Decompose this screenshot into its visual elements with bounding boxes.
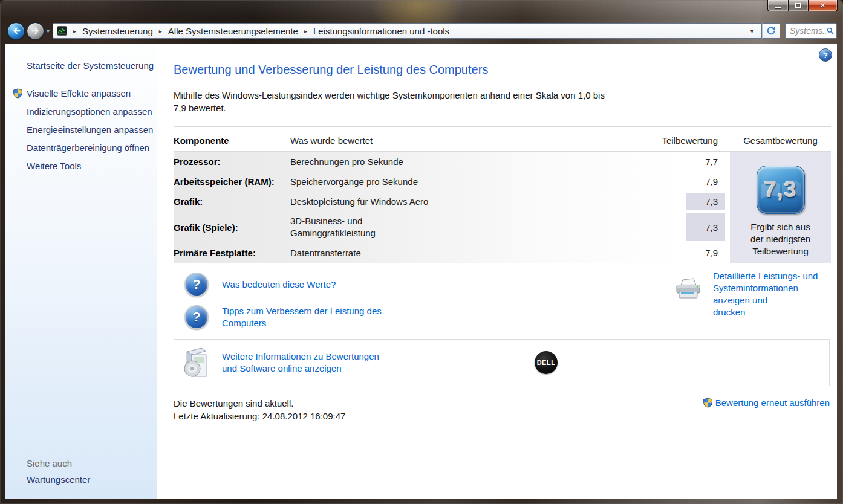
- rerun-assessment-link[interactable]: Bewertung erneut ausführen: [703, 398, 830, 408]
- sidebar-item-label: Energieeinstellungen anpassen: [27, 124, 153, 135]
- dell-logo: DELL: [535, 351, 558, 374]
- sidebar-item-label: Indizierungsoptionen anpassen: [27, 106, 152, 117]
- breadcrumb-item-systemsteuerung[interactable]: Systemsteuerung: [81, 26, 154, 36]
- maximize-icon: [795, 3, 801, 8]
- window-controls: ✕: [767, 0, 838, 11]
- dell-logo-text: DELL: [537, 359, 556, 366]
- subscore-value: 7,9: [686, 245, 725, 261]
- uac-shield-icon: [13, 88, 23, 99]
- divider: [174, 126, 831, 127]
- search-icon[interactable]: [827, 27, 834, 35]
- see-also-label: Siehe auch: [27, 458, 90, 468]
- close-icon: ✕: [819, 2, 825, 9]
- header-gesamtbewertung: Gesamtbewertung: [730, 135, 831, 146]
- sidebar-item-weitere-tools[interactable]: Weitere Tools: [5, 157, 157, 175]
- minimize-icon: [775, 7, 781, 8]
- component-rated: Berechnungen pro Sekunde: [290, 156, 686, 168]
- printer-icon[interactable]: [674, 276, 703, 300]
- sidebar-item-label: Datenträgerbereinigung öffnen: [27, 143, 149, 153]
- status-line-updated: Letzte Aktualisierung: 24.08.2012 16:09:…: [174, 410, 831, 422]
- table-rows: Prozessor: Berechnungen pro Sekunde 7,7 …: [174, 152, 725, 263]
- status-section: Die Bewertungen sind aktuell. Letzte Akt…: [174, 397, 831, 422]
- client-area: Startseite der Systemsteuerung Visuelle: [5, 44, 837, 499]
- software-box-icon[interactable]: [182, 346, 210, 379]
- question-mark-glyph: ?: [192, 277, 200, 292]
- score-table: Prozessor: Berechnungen pro Sekunde 7,7 …: [174, 152, 831, 263]
- sidebar-item-label: Visuelle Effekte anpassen: [27, 88, 131, 99]
- more-info-online-link[interactable]: Weitere Informationen zu Bewertungen und…: [222, 351, 379, 375]
- search-input[interactable]: [790, 26, 827, 36]
- component-rated: Datentransferrate: [290, 247, 686, 259]
- question-mark-icon: ?: [823, 51, 828, 60]
- component-name: Primäre Festplatte:: [174, 248, 290, 258]
- breadcrumb-separator-icon: ▸: [299, 28, 312, 34]
- help-button[interactable]: ?: [819, 48, 832, 62]
- window-frame: ✕ ▾ ▸ Systemsteuerung ▸: [0, 0, 843, 504]
- breadcrumb-item-alle-elemente[interactable]: Alle Systemsteuerungselemente: [167, 26, 299, 36]
- page-title: Bewertung und Verbesserung der Leistung …: [174, 63, 831, 77]
- help-question-icon[interactable]: ?: [184, 305, 209, 329]
- sidebar-item-home[interactable]: Startseite der Systemsteuerung: [27, 60, 157, 71]
- performance-monitor-icon: [57, 26, 67, 36]
- breadcrumb-item-leistungsinformationen[interactable]: Leistungsinformationen und -tools: [312, 26, 451, 36]
- what-values-link[interactable]: Was bedeuten diese Werte?: [222, 279, 336, 291]
- tips-link[interactable]: Tipps zum Verbessern der Leistung des Co…: [222, 305, 382, 329]
- subscore-value: 7,7: [686, 153, 725, 170]
- uac-shield-icon: [703, 398, 713, 408]
- recent-pages-dropdown-icon[interactable]: ▾: [44, 28, 53, 34]
- forward-button[interactable]: [27, 22, 44, 40]
- breadcrumb-separator-icon: ▸: [154, 28, 167, 34]
- header-teilbewertung: Teilbewertung: [640, 135, 725, 146]
- base-score-badge: 7,3: [757, 166, 805, 214]
- subscore-value: 7,9: [686, 173, 725, 190]
- intro-text: Mithilfe des Windows-Leistungsindex werd…: [174, 89, 831, 114]
- forward-arrow-icon: [30, 25, 41, 36]
- navigation-toolbar: ▾ ▸ Systemsteuerung ▸ Alle Systemsteueru…: [5, 18, 837, 44]
- address-dropdown-icon[interactable]: ▾: [745, 28, 759, 34]
- component-name: Grafik:: [174, 196, 290, 207]
- component-name: Arbeitsspeicher (RAM):: [174, 176, 290, 187]
- back-arrow-icon: [11, 25, 22, 36]
- print-details-block: Detaillierte Leistungs- und Systeminform…: [674, 270, 830, 318]
- header-komponente: Komponente: [174, 135, 290, 146]
- close-button[interactable]: ✕: [809, 0, 838, 11]
- base-score-caption: Ergibt sich aus der niedrigsten Teilbewe…: [750, 221, 810, 257]
- sidebar-item-label: Weitere Tools: [27, 161, 81, 171]
- base-score-value: 7,3: [757, 166, 804, 213]
- sidebar-item-energieeinstellungen[interactable]: Energieeinstellungen anpassen: [5, 121, 157, 139]
- online-info-box: Weitere Informationen zu Bewertungen und…: [174, 339, 830, 386]
- help-links-section: ? Was bedeuten diese Werte? ? Tipps zum …: [174, 273, 831, 329]
- subscore-value: 7,3: [686, 213, 725, 241]
- back-button[interactable]: [7, 22, 25, 40]
- sidebar-footer: Siehe auch Wartungscenter: [27, 458, 90, 485]
- breadcrumb: ▸ Systemsteuerung ▸ Alle Systemsteuerung…: [53, 23, 762, 39]
- sidebar: Startseite der Systemsteuerung Visuelle: [5, 44, 157, 499]
- sidebar-item-wartungscenter[interactable]: Wartungscenter: [27, 474, 90, 485]
- main-content: ? Bewertung und Verbesserung der Leistun…: [157, 44, 837, 499]
- sidebar-item-visuelle-effekte[interactable]: Visuelle Effekte anpassen: [5, 85, 157, 103]
- breadcrumb-separator-icon: ▸: [68, 28, 81, 34]
- component-rated: Speichervorgänge pro Sekunde: [290, 176, 686, 188]
- detailed-info-print-link[interactable]: Detaillierte Leistungs- und Systeminform…: [713, 270, 830, 318]
- sidebar-item-datentraegerbereinigung[interactable]: Datenträgerbereinigung öffnen: [5, 139, 157, 157]
- maximize-button[interactable]: [788, 0, 809, 11]
- refresh-button[interactable]: [762, 23, 780, 39]
- help-question-icon[interactable]: ?: [184, 273, 209, 297]
- table-row: Grafik (Spiele): 3D-Business- und Gaming…: [174, 212, 725, 243]
- header-was-wurde-bewertet: Was wurde bewertet: [290, 135, 640, 146]
- component-name: Grafik (Spiele):: [174, 222, 290, 233]
- rerun-assessment-label: Bewertung erneut ausführen: [715, 398, 830, 408]
- question-mark-glyph: ?: [192, 309, 200, 325]
- component-name: Prozessor:: [174, 157, 290, 167]
- component-rated: Desktopleistung für Windows Aero: [290, 196, 686, 208]
- sidebar-item-indizierungsoptionen[interactable]: Indizierungsoptionen anpassen: [5, 103, 157, 121]
- sidebar-task-list: Visuelle Effekte anpassen Indizierungsop…: [5, 85, 157, 175]
- table-row: Primäre Festplatte: Datentransferrate 7,…: [174, 243, 725, 263]
- base-score-panel: 7,3 Ergibt sich aus der niedrigsten Teil…: [730, 152, 831, 263]
- table-row: Arbeitsspeicher (RAM): Speichervorgänge …: [174, 172, 725, 192]
- minimize-button[interactable]: [767, 0, 788, 11]
- refresh-icon: [766, 26, 776, 36]
- search-box: [785, 23, 837, 39]
- table-header: Komponente Was wurde bewertet Teilbewert…: [174, 135, 831, 146]
- subscore-value: 7,3: [686, 193, 725, 210]
